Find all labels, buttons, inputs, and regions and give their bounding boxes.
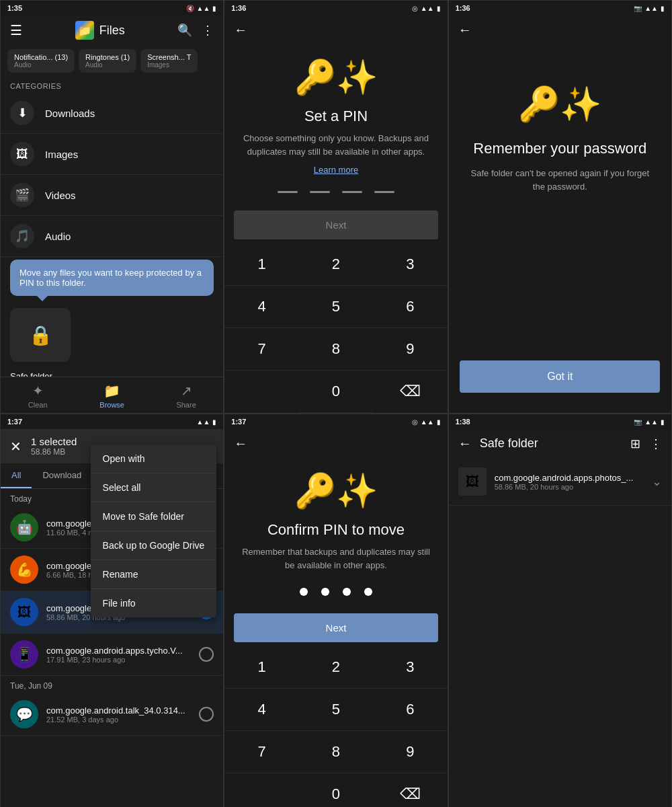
menu-select-all[interactable]: Select all <box>91 473 217 502</box>
key-3[interactable]: 3 <box>373 243 447 286</box>
safe-file-photos[interactable]: 🖼 com.google.android.apps.photos_... 58.… <box>449 458 671 506</box>
safe-folder-thumbnail[interactable]: 🔒 <box>10 308 71 362</box>
screen-confirm-pin: 1:37 ◎ ▲▲ ▮ ← 🔑✨ Confirm PIN to move Rem… <box>224 414 448 807</box>
key-7[interactable]: 7 <box>224 328 298 371</box>
key-5[interactable]: 5 <box>299 286 373 328</box>
next-button-2[interactable]: Next <box>234 210 437 239</box>
browse-icon: 📁 <box>103 383 120 399</box>
filled-dot-2 <box>321 588 329 596</box>
file-icon-2: 💪 <box>10 555 38 584</box>
file-check-tycho[interactable] <box>199 647 214 662</box>
back-button-6[interactable]: ← <box>458 436 472 451</box>
bottom-nav: ✦ Clean 📁 Browse ↗ Share <box>1 377 223 413</box>
categories-label: CATEGORIES <box>1 77 223 93</box>
tab-all[interactable]: All <box>1 463 32 488</box>
key-5-4[interactable]: 4 <box>224 689 298 731</box>
category-videos[interactable]: 🎬 Videos <box>1 175 223 216</box>
tooltip-text: Move any files you want to keep protecte… <box>19 268 202 288</box>
key-6[interactable]: 6 <box>373 286 447 328</box>
nav-browse[interactable]: 📁 Browse <box>75 377 149 413</box>
more-options-icon[interactable]: ⋮ <box>202 23 214 38</box>
audio-label: Audio <box>45 231 71 242</box>
file-meta-talk: 21.52 MB, 3 days ago <box>46 716 191 724</box>
wifi-icon-6: ▲▲ <box>644 418 658 426</box>
delete-button-5[interactable]: ⌫ <box>373 773 447 807</box>
wifi-icon-5: ▲▲ <box>421 418 434 426</box>
key-4[interactable]: 4 <box>224 286 298 328</box>
selected-count: 1 selected <box>31 436 77 447</box>
camera-icon-6: 📷 <box>634 418 642 426</box>
time-1: 1:35 <box>7 4 22 12</box>
menu-open-with[interactable]: Open with <box>91 445 217 473</box>
time-6: 1:38 <box>456 418 470 426</box>
nav-share[interactable]: ↗ Share <box>149 377 223 413</box>
nav-browse-label: Browse <box>99 401 124 409</box>
category-downloads[interactable]: ⬇ Downloads <box>1 93 223 134</box>
time-4: 1:37 <box>7 418 22 426</box>
file-item-talk[interactable]: 💬 com.google.android.talk_34.0.314... 21… <box>1 693 223 736</box>
file-item-tycho[interactable]: 📱 com.google.android.apps.tycho.V... 17.… <box>1 633 223 676</box>
menu-backup-drive[interactable]: Back up to Google Drive <box>91 531 217 560</box>
file-check-talk[interactable] <box>199 707 214 722</box>
key-5-9[interactable]: 9 <box>373 731 447 773</box>
delete-button-2[interactable]: ⌫ <box>373 371 447 413</box>
got-it-button[interactable]: Got it <box>460 360 660 393</box>
menu-icon[interactable]: ☰ <box>10 22 22 38</box>
menu-file-info[interactable]: File info <box>91 589 217 617</box>
recent-chips: Notificatio... (13) Audio Ringtones (1) … <box>1 45 223 77</box>
chip-notifications[interactable]: Notificatio... (13) Audio <box>7 49 75 73</box>
context-menu: Open with Select all Move to Safe folder… <box>91 445 217 617</box>
search-icon[interactable]: 🔍 <box>177 23 192 38</box>
safe-file-icon-photos: 🖼 <box>458 467 487 496</box>
chip-notif-sub: Audio <box>14 61 68 69</box>
pin-dot-4 <box>374 191 394 193</box>
chip-screenshots[interactable]: Screensh... T Images <box>140 49 198 73</box>
back-button-2[interactable]: ← <box>234 22 247 38</box>
pin-dot-3 <box>342 191 362 193</box>
safe-file-more-icon[interactable]: ⌄ <box>652 474 662 489</box>
key-5-8[interactable]: 8 <box>299 731 373 773</box>
nav-clean[interactable]: ✦ Clean <box>1 377 75 413</box>
key-5-2[interactable]: 2 <box>299 646 373 689</box>
numpad-2: 1 2 3 4 5 6 7 8 9 <box>224 243 447 371</box>
files-header-icons: 🔍 ⋮ <box>177 23 214 38</box>
key-5-5[interactable]: 5 <box>299 689 373 731</box>
chip-ringtones[interactable]: Ringtones (1) Audio <box>79 49 136 73</box>
key-9[interactable]: 9 <box>373 328 447 371</box>
learn-more-link[interactable]: Learn more <box>314 165 358 175</box>
menu-move-safe[interactable]: Move to Safe folder <box>91 502 217 531</box>
status-bar-2: 1:36 ◎ ▲▲ ▮ <box>224 1 447 15</box>
category-images[interactable]: 🖼 Images <box>1 134 223 175</box>
key-5-6[interactable]: 6 <box>373 689 447 731</box>
close-selection-button[interactable]: ✕ <box>10 438 22 455</box>
grid-view-icon[interactable]: ⊞ <box>630 436 640 451</box>
status-icons-2: ◎ ▲▲ ▮ <box>412 5 441 12</box>
file-name-talk: com.google.android.talk_34.0.314... <box>46 705 191 716</box>
back-header-2: ← <box>224 15 447 44</box>
status-bar-4: 1:37 ▲▲ ▮ <box>1 414 223 429</box>
key-5-3[interactable]: 3 <box>373 646 447 689</box>
remember-illustration: 🔑✨ <box>518 85 601 124</box>
tab-download[interactable]: Download <box>32 463 92 488</box>
downloads-icon: ⬇ <box>10 101 34 125</box>
key-5-1[interactable]: 1 <box>224 646 298 689</box>
key-1[interactable]: 1 <box>224 243 298 286</box>
back-button-5[interactable]: ← <box>234 436 247 451</box>
files-header: ☰ 📁 Files 🔍 ⋮ <box>1 15 223 45</box>
wifi-icon: ▲▲ <box>197 5 210 12</box>
wifi-icon-4: ▲▲ <box>197 418 210 426</box>
file-info-talk: com.google.android.talk_34.0.314... 21.5… <box>46 705 191 724</box>
files-title-area: 📁 Files <box>75 21 125 40</box>
key-8[interactable]: 8 <box>299 328 373 371</box>
menu-rename[interactable]: Rename <box>91 560 217 589</box>
back-button-3[interactable]: ← <box>458 22 472 38</box>
key-0[interactable]: 0 <box>299 371 373 413</box>
more-options-icon-6[interactable]: ⋮ <box>650 436 662 451</box>
numpad-bottom-5: 0 ⌫ <box>224 773 447 807</box>
category-audio[interactable]: 🎵 Audio <box>1 216 223 257</box>
key-5-0[interactable]: 0 <box>299 773 373 807</box>
key-2[interactable]: 2 <box>299 243 373 286</box>
next-button-5[interactable]: Next <box>234 613 437 642</box>
selection-info: 1 selected 58.86 MB <box>31 436 77 457</box>
key-5-7[interactable]: 7 <box>224 731 298 773</box>
